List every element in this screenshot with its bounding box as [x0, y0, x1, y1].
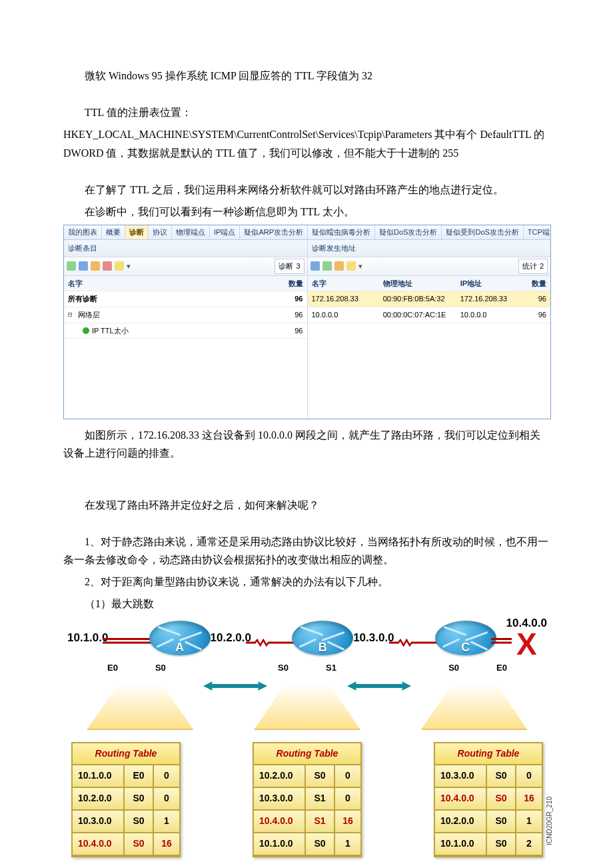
route-net: 10.1.0.0	[435, 833, 487, 856]
port-a-right: S0	[155, 661, 166, 675]
diag-row[interactable]: IP TTL太小96	[64, 323, 307, 339]
diag-row-qty: 96	[273, 325, 303, 337]
route-if: S0	[125, 788, 154, 811]
route-net: 10.2.0.0	[435, 811, 487, 833]
route-if: S0	[125, 833, 154, 856]
port-c-right: E0	[496, 661, 507, 675]
router-a: A	[149, 621, 211, 655]
para-p10: （1）最大跳数	[63, 595, 550, 613]
toolbar-icon[interactable]	[91, 261, 100, 271]
diag-row-qty: 96	[273, 309, 303, 321]
routing-row: 10.3.0.0S10	[254, 788, 360, 811]
route-hop: 16	[154, 833, 179, 856]
router-b: B	[292, 621, 353, 655]
diag-tab[interactable]: 疑似蠕虫病毒分析	[308, 225, 375, 239]
left-chip-label: 诊断	[279, 260, 293, 273]
route-if: S0	[487, 788, 516, 811]
addr-row[interactable]: 172.16.208.3300:90:FB:0B:5A:32172.16.208…	[308, 291, 551, 307]
para-p7: 在发现了路由环路并定位好之后，如何来解决呢？	[63, 496, 550, 514]
diag-tab[interactable]: 物理端点	[172, 225, 210, 239]
port-b-left: S0	[278, 661, 289, 675]
update-arrow-icon	[203, 678, 267, 687]
figure-code: ICND20GR_210	[544, 797, 555, 845]
svg-marker-1	[347, 681, 411, 690]
diag-tab[interactable]: 疑似受到DoS攻击分析	[442, 225, 523, 239]
routing-row: 10.2.0.0S00	[73, 788, 179, 811]
svg-marker-0	[203, 681, 267, 690]
diag-tab[interactable]: TCP端口扫描	[524, 225, 550, 239]
left-title: 诊断条目	[64, 240, 307, 257]
diag-tab[interactable]: 概要	[102, 225, 125, 239]
col-qty[interactable]: 数量	[273, 277, 303, 290]
diag-tab[interactable]: 协议	[149, 225, 172, 239]
route-hop: 1	[516, 811, 542, 833]
tree-collapse-icon[interactable]: ⊟	[68, 309, 73, 321]
route-net: 10.2.0.0	[254, 765, 306, 788]
addr-ip: 172.16.208.33	[460, 293, 520, 305]
right-chip-value: 2	[540, 260, 544, 273]
port-b-right: S1	[326, 661, 336, 675]
route-net: 10.3.0.0	[73, 811, 125, 833]
toolbar-icon[interactable]	[334, 261, 344, 271]
diag-tab[interactable]: IP端点	[210, 225, 240, 239]
route-hop: 16	[516, 788, 542, 811]
route-net: 10.3.0.0	[435, 765, 487, 788]
router-a-label: A	[175, 637, 184, 658]
col-mac[interactable]: 物理地址	[383, 277, 460, 290]
para-p2: TTL 值的注册表位置：	[63, 103, 550, 121]
link-down-icon: X	[516, 629, 537, 659]
col-ip[interactable]: IP地址	[460, 277, 520, 290]
route-hop: 1	[154, 811, 179, 833]
routing-row: 10.4.0.0S016	[435, 788, 542, 811]
status-dot-icon	[83, 327, 89, 334]
right-chip-label: 统计	[522, 260, 537, 273]
diag-tab[interactable]: 我的图表	[64, 225, 102, 239]
para-p1: 微软 Windows 95 操作系统 ICMP 回显应答的 TTL 字段值为 3…	[63, 67, 550, 85]
route-hop: 1	[335, 833, 360, 856]
route-if: S0	[125, 811, 154, 833]
toolbar-icon[interactable]	[79, 261, 88, 271]
toolbar-icon[interactable]	[103, 261, 112, 271]
route-if: S0	[487, 833, 516, 856]
net-label-1: 10.2.0.0	[211, 629, 251, 648]
routing-table-header: Routing Table	[73, 743, 179, 766]
routing-row: 10.2.0.0S01	[435, 811, 542, 833]
route-hop: 0	[335, 788, 360, 811]
diag-row[interactable]: ⊟网络层96	[64, 307, 307, 323]
routing-row: 10.4.0.0S116	[254, 811, 360, 833]
broadcast-cone-icon	[87, 683, 193, 730]
route-if: S1	[306, 811, 335, 833]
routing-row: 10.1.0.0S01	[254, 833, 360, 856]
routing-table: Routing Table10.1.0.0E0010.2.0.0S0010.3.…	[71, 742, 181, 857]
para-p8: 1、对于静态路由来说，通常还是采用动态路由协议比较好，当网络拓扑有所改动的时候，…	[63, 533, 550, 569]
addr-mac: 00:00:0C:07:AC:1E	[383, 309, 460, 321]
dropdown-icon[interactable]: ▾	[127, 260, 131, 273]
toolbar-icon[interactable]	[310, 261, 320, 271]
routing-row: 10.1.0.0E00	[73, 765, 179, 788]
port-c-left: S0	[448, 661, 459, 675]
left-chip-value: 3	[296, 260, 300, 273]
col-qty[interactable]: 数量	[520, 277, 546, 290]
para-p9: 2、对于距离向量型路由协议来说，通常解决的办法有以下几种。	[63, 573, 550, 591]
toolbar-icon[interactable]	[322, 261, 332, 271]
dropdown-icon[interactable]: ▾	[358, 260, 362, 273]
diag-tab[interactable]: 疑似DoS攻击分析	[375, 225, 442, 239]
toolbar-icon[interactable]	[67, 261, 76, 271]
addr-ip: 10.0.0.0	[460, 309, 520, 321]
net-label-0: 10.1.0.0	[67, 629, 108, 648]
routing-table-header: Routing Table	[254, 743, 360, 766]
col-name[interactable]: 名字	[68, 277, 273, 290]
refresh-icon[interactable]	[346, 261, 356, 271]
route-hop: 0	[335, 765, 360, 788]
route-net: 10.2.0.0	[73, 788, 125, 811]
refresh-icon[interactable]	[115, 261, 124, 271]
route-hop: 0	[516, 765, 542, 788]
router-c-label: C	[461, 637, 470, 658]
addr-row[interactable]: 10.0.0.000:00:0C:07:AC:1E10.0.0.096	[308, 307, 551, 323]
diag-row[interactable]: 所有诊断96	[64, 291, 307, 307]
diag-row-name: IP TTL太小	[68, 325, 273, 337]
diag-tab[interactable]: 诊断	[125, 225, 149, 239]
diag-tab[interactable]: 疑似ARP攻击分析	[240, 225, 308, 239]
col-name[interactable]: 名字	[312, 277, 383, 290]
para-p3: HKEY_LOCAL_MACHINE\SYSTEM\CurrentControl…	[63, 125, 550, 161]
